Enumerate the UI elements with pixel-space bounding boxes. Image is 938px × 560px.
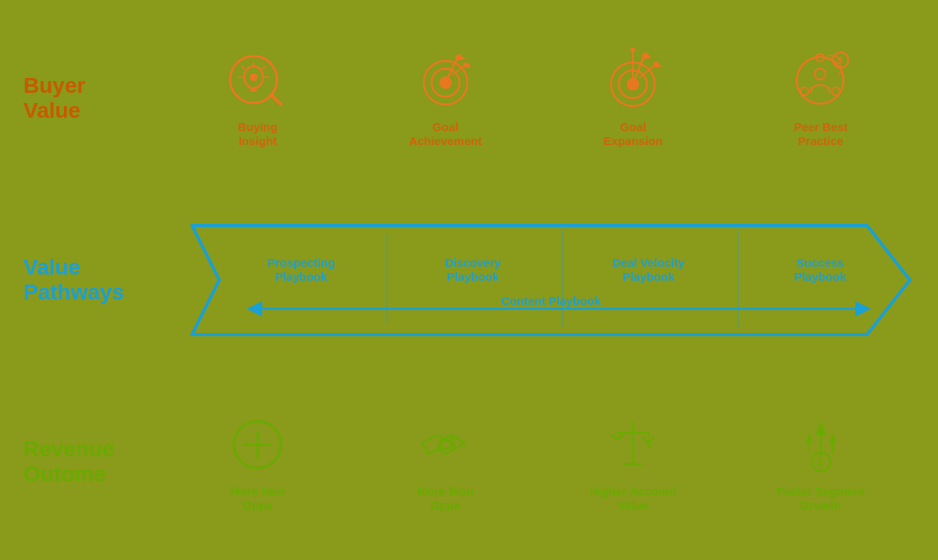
svg-text:Playbook: Playbook bbox=[275, 270, 328, 283]
faster-segment-growth-label: Faster SegmentGrowth bbox=[776, 484, 865, 512]
more-won-opps-icon bbox=[412, 412, 478, 478]
faster-segment-growth-item: $ Faster SegmentGrowth bbox=[759, 412, 883, 512]
goal-achievement-label: GoalAchievement bbox=[409, 120, 481, 148]
svg-point-5 bbox=[250, 73, 258, 81]
value-pathways-label: Value Pathways bbox=[23, 255, 164, 305]
svg-marker-61 bbox=[815, 421, 826, 435]
svg-marker-26 bbox=[630, 47, 636, 53]
revenue-outcome-label: Revenue Outome bbox=[23, 437, 164, 487]
goal-achievement-icon bbox=[412, 48, 478, 114]
main-container: Buyer Value bbox=[0, 0, 938, 560]
goal-expansion-label: GoalExpansion bbox=[603, 120, 663, 148]
svg-point-31 bbox=[832, 87, 840, 95]
revenue-outcome-title: Revenue Outome bbox=[23, 437, 164, 487]
svg-marker-24 bbox=[653, 62, 662, 67]
svg-line-7 bbox=[263, 66, 265, 69]
svg-text:Content Playbook: Content Playbook bbox=[501, 294, 601, 307]
higher-account-value-label: Higher AccountValue bbox=[590, 484, 677, 512]
svg-line-8 bbox=[242, 66, 244, 69]
higher-account-value-icon: $ bbox=[600, 412, 666, 478]
svg-text:Playbook: Playbook bbox=[447, 270, 499, 283]
goal-expansion-item: GoalExpansion bbox=[570, 48, 695, 148]
more-won-opps-item: More WonOpps bbox=[383, 412, 508, 512]
buying-insight-item: BuyingInsight bbox=[195, 48, 320, 148]
peer-best-practice-icon: $ bbox=[787, 48, 854, 114]
svg-line-4 bbox=[271, 94, 281, 105]
more-won-opps-label: More WonOpps bbox=[417, 484, 474, 512]
pathway-arrow-area: Prospecting Playbook Discovery Playbook … bbox=[164, 222, 915, 338]
svg-point-28 bbox=[815, 69, 826, 80]
goal-achievement-item: GoalAchievement bbox=[383, 48, 508, 148]
svg-text:$: $ bbox=[818, 457, 823, 468]
value-pathways-row: Value Pathways Prospecting Playbook Disc… bbox=[23, 181, 915, 379]
svg-text:Playbook: Playbook bbox=[623, 270, 675, 283]
goal-expansion-icon bbox=[600, 48, 666, 114]
svg-marker-67 bbox=[830, 433, 836, 443]
svg-text:Deal Velocity: Deal Velocity bbox=[613, 256, 685, 269]
peer-best-practice-item: $ Peer BestPractice bbox=[759, 48, 883, 148]
svg-point-30 bbox=[801, 87, 808, 95]
buyer-value-label: Buyer Value bbox=[23, 73, 164, 123]
value-pathways-title: Value Pathways bbox=[23, 255, 164, 305]
peer-best-practice-label: Peer BestPractice bbox=[794, 120, 847, 148]
higher-account-value-item: $ Higher AccountValue bbox=[570, 412, 695, 512]
svg-text:Discovery: Discovery bbox=[445, 256, 501, 269]
revenue-outcome-row: Revenue Outome More NewOpps bbox=[23, 379, 915, 544]
buying-insight-label: BuyingInsight bbox=[238, 120, 278, 148]
buyer-value-row: Buyer Value bbox=[23, 16, 915, 181]
more-new-opps-icon bbox=[225, 412, 291, 478]
buyer-value-title: Buyer Value bbox=[23, 73, 164, 123]
svg-text:$: $ bbox=[647, 441, 652, 449]
buying-insight-icon bbox=[225, 48, 291, 114]
buyer-value-icons: BuyingInsight bbox=[164, 48, 915, 148]
revenue-outcome-icons: More NewOpps More WonOpps bbox=[164, 412, 915, 512]
svg-text:Prospecting: Prospecting bbox=[268, 256, 336, 269]
svg-text:Success: Success bbox=[797, 256, 844, 269]
more-new-opps-item: More NewOpps bbox=[195, 412, 320, 512]
faster-segment-growth-icon: $ bbox=[787, 412, 854, 478]
svg-marker-65 bbox=[806, 433, 812, 443]
more-new-opps-label: More NewOpps bbox=[230, 484, 286, 512]
svg-text:Playbook: Playbook bbox=[794, 270, 847, 283]
